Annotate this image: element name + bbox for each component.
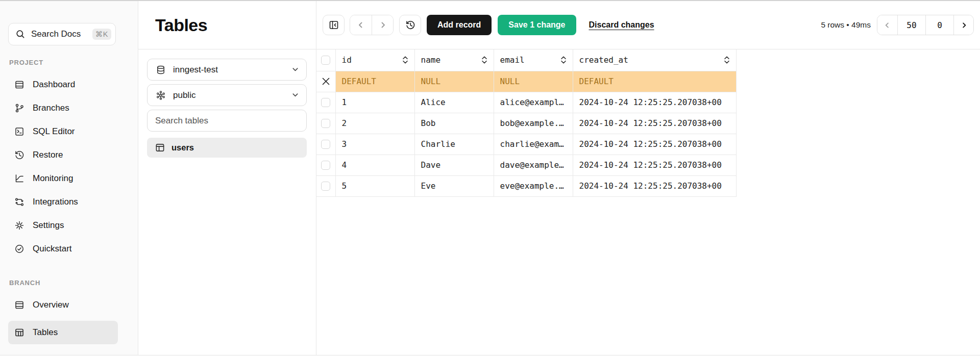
terminal-icon <box>14 126 24 137</box>
schema-select[interactable]: public <box>147 84 307 106</box>
pagination-control: 50 0 <box>877 15 974 35</box>
page-offset-value[interactable]: 0 <box>925 15 953 35</box>
pending-cell-email[interactable]: NULL <box>494 71 573 92</box>
chevron-down-icon <box>291 91 299 99</box>
sidebar-item-label: Branches <box>33 103 69 113</box>
select-all-checkbox[interactable] <box>321 56 330 65</box>
sidebar-item-integrations[interactable]: Integrations <box>8 190 118 214</box>
save-changes-button[interactable]: Save 1 change <box>498 15 576 35</box>
table-row: 3 Charlie charlie@example.com 2024-10-24… <box>316 134 736 155</box>
cell-email[interactable]: bob@example.com <box>494 113 573 134</box>
chevron-down-icon <box>291 66 299 73</box>
cell-created-at[interactable]: 2024-10-24 12:25:25.207038+00 <box>573 155 736 175</box>
history-clock-icon <box>14 150 24 160</box>
search-docs-button[interactable]: Search Docs ⌘K <box>8 23 116 45</box>
cell-name[interactable]: Eve <box>414 175 494 196</box>
sidebar-item-sql-editor[interactable]: SQL Editor <box>8 120 118 143</box>
grid-toolbar: Add record Save 1 change Discard changes… <box>316 1 980 49</box>
check-circle-icon <box>14 244 24 254</box>
pending-cell-name[interactable]: NULL <box>414 71 494 92</box>
chevron-right-icon <box>960 21 968 29</box>
cell-email[interactable]: eve@example.com <box>494 175 573 196</box>
history-nav-group <box>350 15 394 35</box>
prev-page-button[interactable] <box>877 15 897 35</box>
tables-panel: Tables inngest-test <box>138 1 316 355</box>
table-row: 1 Alice alice@example.com 2024-10-24 12:… <box>316 92 736 113</box>
table-row: 4 Dave dave@example.com 2024-10-24 12:25… <box>316 155 736 175</box>
query-history-button[interactable] <box>399 15 421 35</box>
row-checkbox[interactable] <box>321 161 330 170</box>
collapse-panel-button[interactable] <box>323 15 345 35</box>
keyboard-shortcut-badge: ⌘K <box>92 29 111 40</box>
column-label: email <box>500 55 525 65</box>
chart-icon <box>14 173 24 184</box>
database-select[interactable]: inngest-test <box>147 59 307 81</box>
git-branch-icon <box>14 103 24 113</box>
cell-id[interactable]: 3 <box>335 134 414 155</box>
column-label: id <box>342 55 352 65</box>
sidebar-item-overview[interactable]: Overview <box>8 293 118 317</box>
pending-cell-created-at[interactable]: DEFAULT <box>573 71 736 92</box>
row-checkbox[interactable] <box>321 182 330 191</box>
cell-created-at[interactable]: 2024-10-24 12:25:25.207038+00 <box>573 175 736 196</box>
column-label: created_at <box>579 55 628 65</box>
cell-created-at[interactable]: 2024-10-24 12:25:25.207038+00 <box>573 134 736 155</box>
sidebar-item-quickstart[interactable]: Quickstart <box>8 237 118 261</box>
section-label-branch: BRANCH <box>9 279 117 287</box>
column-header-email[interactable]: email <box>494 49 573 71</box>
database-icon <box>156 65 166 75</box>
sidebar-item-branches[interactable]: Branches <box>8 96 118 120</box>
cell-email[interactable]: dave@example.com <box>494 155 573 175</box>
remove-pending-row-button[interactable] <box>316 71 335 92</box>
sort-icon <box>402 56 408 64</box>
cell-id[interactable]: 5 <box>335 175 414 196</box>
cell-name[interactable]: Alice <box>414 92 494 113</box>
sort-icon <box>560 56 567 64</box>
page-size-value[interactable]: 50 <box>897 15 925 35</box>
cell-email[interactable]: alice@example.com <box>494 92 573 113</box>
table-list-item-users[interactable]: users <box>147 138 307 158</box>
cell-name[interactable]: Dave <box>414 155 494 175</box>
select-all-header[interactable] <box>316 49 335 71</box>
gear-icon <box>14 220 24 231</box>
undo-back-button[interactable] <box>350 15 372 35</box>
history-clock-icon <box>405 20 415 30</box>
sidebar-item-monitoring[interactable]: Monitoring <box>8 167 118 190</box>
chevron-left-icon <box>357 21 365 29</box>
chevron-left-icon <box>884 21 891 29</box>
cell-created-at[interactable]: 2024-10-24 12:25:25.207038+00 <box>573 92 736 113</box>
add-record-button[interactable]: Add record <box>427 15 492 35</box>
cell-name[interactable]: Charlie <box>414 134 494 155</box>
discard-changes-link[interactable]: Discard changes <box>589 20 654 30</box>
row-checkbox[interactable] <box>321 119 330 128</box>
cell-created-at[interactable]: 2024-10-24 12:25:25.207038+00 <box>573 113 736 134</box>
cell-name[interactable]: Bob <box>414 113 494 134</box>
table-icon <box>14 327 24 338</box>
cell-email[interactable]: charlie@example.com <box>494 134 573 155</box>
panel-header: Tables <box>138 1 316 49</box>
column-header-created-at[interactable]: created_at <box>573 49 736 71</box>
column-header-id[interactable]: id <box>335 49 414 71</box>
table-row: 2 Bob bob@example.com 2024-10-24 12:25:2… <box>316 113 736 134</box>
sidebar-item-tables[interactable]: Tables <box>8 321 118 344</box>
cell-id[interactable]: 2 <box>335 113 414 134</box>
sidebar-item-restore[interactable]: Restore <box>8 143 118 167</box>
redo-forward-button[interactable] <box>372 15 393 35</box>
search-tables-input[interactable] <box>147 110 307 132</box>
pending-cell-id[interactable]: DEFAULT <box>335 71 414 92</box>
sidebar-item-settings[interactable]: Settings <box>8 214 118 237</box>
schema-select-value: public <box>173 90 291 100</box>
column-header-name[interactable]: name <box>414 49 494 71</box>
table-row: 5 Eve eve@example.com 2024-10-24 12:25:2… <box>316 175 736 196</box>
cell-id[interactable]: 4 <box>335 155 414 175</box>
row-checkbox[interactable] <box>321 98 330 107</box>
section-label-project: PROJECT <box>9 59 117 66</box>
next-page-button[interactable] <box>953 15 973 35</box>
search-icon <box>15 29 26 39</box>
sidebar-item-dashboard[interactable]: Dashboard <box>8 73 118 96</box>
cell-id[interactable]: 1 <box>335 92 414 113</box>
sidebar-item-label: Overview <box>33 300 69 310</box>
column-label: name <box>421 55 441 65</box>
workflow-icon <box>14 197 24 207</box>
row-checkbox[interactable] <box>321 140 330 149</box>
